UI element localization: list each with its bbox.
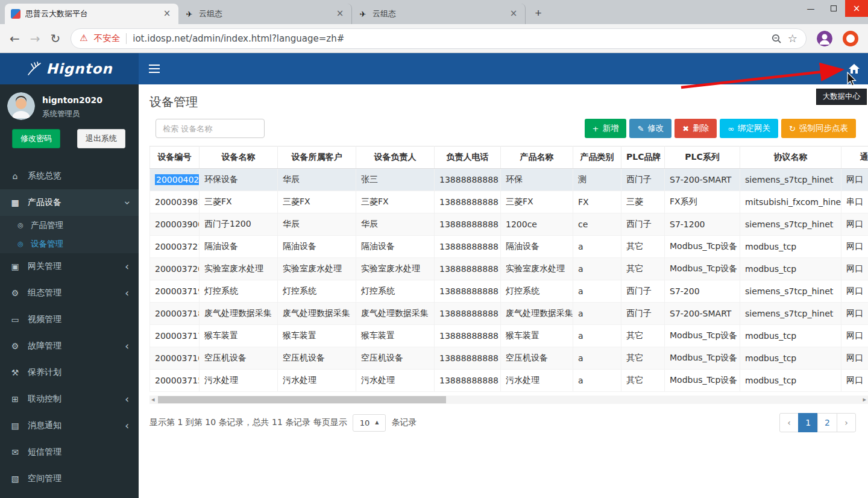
divider [126, 33, 127, 44]
tab-strip: 思普云大数据平台×✈云组态×✈云组态× [5, 4, 526, 24]
sidebar-item-message-notice[interactable]: ▤消息通知‹ [0, 412, 139, 439]
sidebar-item-product-device[interactable]: ▦产品设备‹ [0, 189, 139, 216]
sidebar-toggle-button[interactable] [139, 53, 170, 84]
home-button[interactable] [840, 53, 868, 84]
column-header[interactable]: 协议名称 [740, 147, 841, 169]
table-cell: S7-200-SMART [665, 303, 740, 325]
toolbar-button-edit[interactable]: ✎修改 [629, 119, 671, 138]
horizontal-scrollbar[interactable]: ◂ ▸ [149, 396, 868, 404]
table-cell: 实验室废水处理 [356, 258, 435, 280]
sidebar-item-maintenance-plan[interactable]: ⚒保养计划 [0, 359, 139, 386]
back-button[interactable]: ← [10, 33, 20, 45]
submenu-product-device: ◎产品管理◎设备管理 [0, 216, 139, 253]
column-header[interactable]: 负责人电话 [435, 147, 501, 169]
table-row[interactable]: 200003717猴车装置猴车装置猴车装置13888888888猴车装置a其它M… [150, 325, 868, 347]
scroll-right-icon[interactable]: ▸ [863, 396, 866, 404]
close-window-button[interactable]: × [845, 0, 868, 17]
browser-logo-icon[interactable] [843, 31, 858, 46]
table-cell: Modbus_Tcp设备 [665, 370, 740, 392]
tab-close-button[interactable]: × [162, 8, 172, 19]
table-row[interactable]: 200004029环保设备华辰张三13888888888环保测西门子S7-200… [150, 169, 868, 191]
table-cell: a [573, 236, 621, 258]
table-cell: 空压机设备 [278, 347, 356, 370]
table-row[interactable]: 200003900西门子1200华辰华辰138888888881200cece西… [150, 213, 868, 236]
page-button-1[interactable]: 1 [798, 413, 818, 432]
tab-close-button[interactable]: × [335, 8, 345, 19]
sidebar-item-device-management[interactable]: ◎设备管理 [0, 235, 139, 253]
column-header[interactable]: 设备编号 [150, 147, 200, 169]
sidebar-item-product-management[interactable]: ◎产品管理 [0, 216, 139, 235]
table-row[interactable]: 200003721隔油设备隔油设备隔油设备13888888888隔油设备a其它M… [150, 236, 868, 258]
table-row[interactable]: 200003719灯控系统灯控系统灯控系统13888888888灯控系统a西门子… [150, 280, 868, 303]
browser-tab[interactable]: 思普云大数据平台× [5, 4, 178, 24]
forward-button[interactable]: → [30, 33, 40, 45]
sidebar-item-gateway-management[interactable]: ▣网关管理‹ [0, 253, 139, 280]
reload-button[interactable]: ↻ [51, 33, 61, 45]
browser-tab[interactable]: ✈云组态× [178, 4, 352, 24]
chevron-icon: ‹ [125, 421, 129, 431]
logout-button[interactable]: 退出系统 [77, 129, 125, 148]
table-cell: 废气处理数据采集 [278, 303, 356, 325]
column-header[interactable]: 通讯 [841, 147, 868, 169]
table-cell: 13888888888 [435, 303, 501, 325]
column-header[interactable]: 设备负责人 [356, 147, 435, 169]
table-cell: Modbus_Tcp设备 [665, 236, 740, 258]
sidebar-item-linkage-control[interactable]: ⊞联动控制‹ [0, 386, 139, 412]
toolbar-button-force-sync[interactable]: ↻强制同步点表 [781, 119, 856, 138]
sidebar-item-scada-management[interactable]: ⚙组态管理‹ [0, 280, 139, 306]
table-cell: 200003719 [150, 280, 200, 303]
user-avatar[interactable] [7, 92, 35, 120]
browser-tab[interactable]: ✈云组态× [352, 4, 526, 24]
table-cell: 200003981 [150, 191, 200, 213]
table-row[interactable]: 200003716空压机设备空压机设备空压机设备13888888888空压机设备… [150, 347, 868, 370]
table-cell: 废气处理数据采集 [501, 303, 573, 325]
table-row[interactable]: 200003720实验室废水处理实验室废水处理实验室废水处理1388888888… [150, 258, 868, 280]
scroll-left-icon[interactable]: ◂ [151, 396, 155, 404]
page-size-dropdown[interactable]: 10 ▲ [353, 414, 386, 432]
column-header[interactable]: 产品类别 [573, 147, 621, 169]
column-header[interactable]: 设备所属客户 [278, 147, 356, 169]
search-input[interactable] [156, 119, 265, 138]
table-cell: Modbus_Tcp设备 [665, 258, 740, 280]
table-cell: FX系列 [665, 191, 740, 213]
column-header[interactable]: 产品名称 [501, 147, 573, 169]
profile-avatar-icon[interactable] [817, 31, 832, 46]
sidebar-item-video-management[interactable]: ▭视频管理 [0, 306, 139, 333]
page-next-button[interactable]: › [837, 413, 856, 432]
sidebar-item-fault-management[interactable]: ⚙故障管理‹ [0, 333, 139, 359]
tab-title: 思普云大数据平台 [25, 8, 157, 19]
maximize-button[interactable] [822, 0, 845, 17]
tab-title: 云组态 [373, 8, 503, 19]
sidebar-item-space-management[interactable]: ▧空间管理 [0, 465, 139, 492]
sidebar-item-system-overview[interactable]: ⌂系统总览 [0, 163, 139, 189]
table-row[interactable]: 200003715污水处理污水处理污水处理13888888888污水处理a其它M… [150, 370, 868, 392]
table-cell: 西门子 [621, 169, 665, 191]
new-tab-button[interactable]: + [529, 4, 547, 22]
toolbar-button-add[interactable]: +新增 [585, 119, 627, 138]
table-cell: 实验室废水处理 [278, 258, 356, 280]
table-cell: 污水处理 [356, 370, 435, 392]
change-password-button[interactable]: 修改密码 [12, 129, 60, 148]
column-header[interactable]: 设备名称 [200, 147, 278, 169]
address-bar[interactable]: ⚠ 不安全 iot.idosp.net/admin/index.html?lan… [71, 28, 807, 49]
table-row[interactable]: 200003981三菱FX三菱FX三菱FX13888888888三菱FXFX三菱… [150, 191, 868, 213]
zoom-icon[interactable] [771, 33, 782, 44]
app-logo[interactable]: Hignton [0, 53, 139, 84]
column-header[interactable]: PLC系列 [665, 147, 740, 169]
column-header[interactable]: PLC品牌 [621, 147, 665, 169]
table-cell: ce [573, 213, 621, 236]
page-button-2[interactable]: 2 [817, 413, 837, 432]
toolbar-button-delete[interactable]: ✖删除 [675, 119, 717, 138]
page-prev-button[interactable]: ‹ [779, 413, 799, 432]
table-cell: a [573, 325, 621, 347]
minimize-button[interactable]: — [799, 0, 822, 17]
table-cell: 猴车装置 [200, 325, 278, 347]
toolbar-button-bind-gateway[interactable]: ∞绑定网关 [720, 119, 778, 138]
sidebar-item-sms-management[interactable]: ✉短信管理 [0, 439, 139, 465]
user-info: hignton2020 系统管理员 [42, 92, 102, 120]
bookmark-star-icon[interactable]: ☆ [788, 32, 797, 45]
tab-close-button[interactable]: × [508, 8, 519, 19]
table-row[interactable]: 200003718废气处理数据采集废气处理数据采集废气处理数据采集1388888… [150, 303, 868, 325]
table-cell: 隔油设备 [501, 236, 573, 258]
scrollbar-thumb[interactable] [158, 396, 446, 403]
